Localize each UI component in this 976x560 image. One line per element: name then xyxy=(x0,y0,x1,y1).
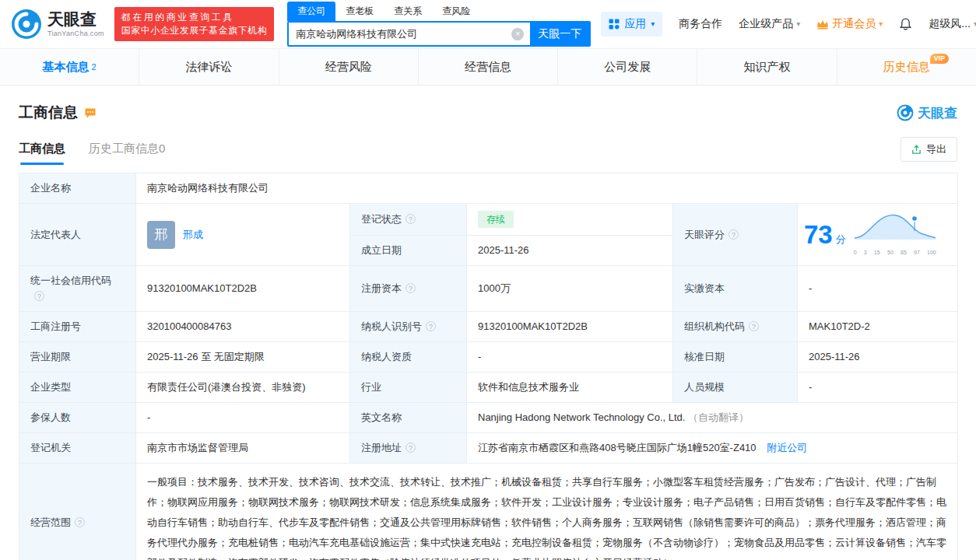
logo-swirl-icon xyxy=(11,9,42,40)
credit-code-value: 91320100MAK10T2D2B xyxy=(136,266,350,312)
reg-authority-label: 登记机关 xyxy=(19,433,136,464)
reg-capital-label: 注册资本? xyxy=(350,266,467,312)
reg-number-label: 工商注册号 xyxy=(19,312,136,342)
search-box: × 天眼一下 xyxy=(287,21,591,47)
main-content: 工商信息 天眼查 工商信息 历史工商信息0 导出 xyxy=(0,103,976,560)
business-term-label: 营业期限 xyxy=(19,342,136,373)
credit-code-label: 统一社会信用代码? xyxy=(19,266,136,312)
taxpayer-quality-value: - xyxy=(467,342,673,373)
tab-operating-info-label: 经营信息 xyxy=(465,60,511,75)
company-type-value: 有限责任公司(港澳台投资、非独资) xyxy=(136,373,350,403)
nav-enterprise-products-label: 企业级产品 xyxy=(739,17,793,31)
nav-open-vip[interactable]: 开通会员 ▾ xyxy=(816,17,883,31)
tab-company-development[interactable]: 公司发展 xyxy=(558,49,697,85)
help-icon[interactable]: ? xyxy=(405,214,416,224)
search-tab-boss[interactable]: 查老板 xyxy=(335,2,384,21)
taxpayer-quality-label: 纳税人资质 xyxy=(350,342,467,373)
nav-business-cooperation-label: 商务合作 xyxy=(679,17,722,31)
table-row: 登记机关 南京市市场监督管理局 注册地址? 江苏省南京市栖霞区和燕路408号晓庄… xyxy=(19,433,958,464)
crown-icon xyxy=(816,19,829,30)
english-name-value: Nanjing Hadong Network Technology Co., L… xyxy=(467,403,958,433)
score-label: 天眼评分? xyxy=(673,204,798,266)
reg-address-value: 江苏省南京市栖霞区和燕路408号晓庄国际广场1幢520室-Z410 附近公司 xyxy=(467,433,958,464)
table-row: 参保人数 - 英文名称 Nanjing Hadong Network Techn… xyxy=(19,403,958,433)
company-type-label: 企业类型 xyxy=(19,373,136,403)
notifications-bell-icon[interactable] xyxy=(899,17,912,31)
brand-slogan-badge: 都在用的商业查询工具 国家中小企业发展子基金旗下机构 xyxy=(114,7,275,41)
table-row: 营业期限 2025-11-26 至 无固定期限 纳税人资质 - 核准日期 202… xyxy=(19,342,958,373)
tab-operating-info[interactable]: 经营信息 xyxy=(419,49,558,85)
export-button-label: 导出 xyxy=(926,142,946,156)
est-date-label: 成立日期 xyxy=(350,236,467,266)
legal-rep-avatar[interactable]: 邢 xyxy=(147,221,175,249)
help-icon[interactable]: ? xyxy=(34,291,44,301)
tab-history-info-label: 历史信息 xyxy=(883,60,930,75)
apps-menu-button[interactable]: 应用 ▾ xyxy=(601,12,662,37)
company-section-tabs: 基本信息 2 法律诉讼 经营风险 经营信息 公司发展 知识产权 历史信息 VIP xyxy=(0,48,976,86)
tianyancha-logo[interactable]: 天眼查 TianYanCha.com xyxy=(11,9,104,40)
nearby-companies-link[interactable]: 附近公司 xyxy=(767,442,807,453)
tab-company-development-label: 公司发展 xyxy=(604,60,651,75)
subtab-history-business-info[interactable]: 历史工商信息0 xyxy=(89,142,165,165)
industry-value: 软件和信息技术服务业 xyxy=(467,373,673,403)
org-code-label: 组织机构代码? xyxy=(673,312,798,342)
score-chart-ticks: 03 1550 8597 100 xyxy=(852,245,938,261)
search-tab-company[interactable]: 查公司 xyxy=(287,2,335,21)
apps-grid-icon xyxy=(609,19,620,30)
tab-history-info[interactable]: 历史信息 VIP xyxy=(837,49,976,85)
help-icon[interactable]: ? xyxy=(405,443,416,453)
chevron-down-icon: ▾ xyxy=(651,20,655,28)
help-icon[interactable]: ? xyxy=(728,229,739,240)
help-icon[interactable]: ? xyxy=(405,283,416,293)
nav-super-risk[interactable]: 超级风... ▾ xyxy=(929,17,976,31)
taxpayer-id-value: 91320100MAK10T2D2B xyxy=(467,312,673,342)
tab-operating-risk[interactable]: 经营风险 xyxy=(279,49,419,85)
top-header: 天眼查 TianYanCha.com 都在用的商业查询工具 国家中小企业发展子基… xyxy=(0,0,976,48)
auto-translate-note: （自动翻译） xyxy=(688,411,749,423)
chevron-down-icon: ▾ xyxy=(796,20,800,28)
nav-enterprise-products[interactable]: 企业级产品 ▾ xyxy=(739,17,800,31)
english-name-label: 英文名称 xyxy=(350,403,467,433)
search-tab-relation[interactable]: 查关系 xyxy=(384,2,432,21)
export-icon xyxy=(911,145,922,155)
announcement-icon[interactable] xyxy=(84,107,97,119)
reg-address-label: 注册地址? xyxy=(350,433,467,464)
tab-operating-risk-label: 经营风险 xyxy=(325,60,372,75)
staff-size-label: 人员规模 xyxy=(673,373,798,403)
table-row: 经营范围? 一般项目：技术服务、技术开发、技术咨询、技术交流、技术转让、技术推广… xyxy=(19,464,958,560)
vip-badge: VIP xyxy=(930,54,950,64)
company-name-label: 企业名称 xyxy=(19,173,136,204)
tab-intellectual-property-label: 知识产权 xyxy=(744,60,791,75)
company-name-value: 南京哈动网络科技有限公司 xyxy=(136,173,958,204)
insured-label: 参保人数 xyxy=(19,403,136,433)
subtab-business-info[interactable]: 工商信息 xyxy=(19,142,65,165)
search-area: 查公司 查老板 查关系 查风险 × 天眼一下 xyxy=(287,2,591,47)
help-icon[interactable]: ? xyxy=(749,321,759,331)
industry-label: 行业 xyxy=(350,373,467,403)
nav-business-cooperation[interactable]: 商务合作 xyxy=(679,17,722,31)
tab-legal-proceedings[interactable]: 法律诉讼 xyxy=(139,49,279,85)
help-icon[interactable]: ? xyxy=(426,321,436,331)
help-icon[interactable]: ? xyxy=(75,517,85,527)
export-button[interactable]: 导出 xyxy=(901,137,957,162)
approval-date-label: 核准日期 xyxy=(673,342,798,373)
bell-glyph xyxy=(899,17,912,31)
legal-rep-name-link[interactable]: 邢成 xyxy=(183,227,203,243)
tab-intellectual-property[interactable]: 知识产权 xyxy=(697,49,837,85)
reg-authority-value: 南京市市场监督管理局 xyxy=(136,433,350,464)
score-curve-chart: 03 1550 8597 100 xyxy=(852,208,938,261)
subtabs-row: 工商信息 历史工商信息0 导出 xyxy=(19,137,957,165)
tab-legal-proceedings-label: 法律诉讼 xyxy=(185,60,232,75)
search-tab-risk[interactable]: 查风险 xyxy=(432,2,480,21)
logo-title: 天眼查 xyxy=(47,11,104,28)
table-row: 企业类型 有限责任公司(港澳台投资、非独资) 行业 软件和信息技术服务业 人员规… xyxy=(19,373,958,403)
legal-rep-label: 法定代表人 xyxy=(19,204,136,266)
search-button[interactable]: 天眼一下 xyxy=(530,23,589,45)
score-value-cell: 73 分 03 1550 8597 100 xyxy=(798,204,958,266)
clear-search-icon[interactable]: × xyxy=(511,28,524,40)
insured-value: - xyxy=(136,403,350,433)
search-input[interactable] xyxy=(289,23,511,45)
legal-rep-value: 邢 邢成 xyxy=(136,204,350,266)
score-number: 73 xyxy=(804,222,833,247)
tab-basic-info[interactable]: 基本信息 2 xyxy=(0,49,139,85)
